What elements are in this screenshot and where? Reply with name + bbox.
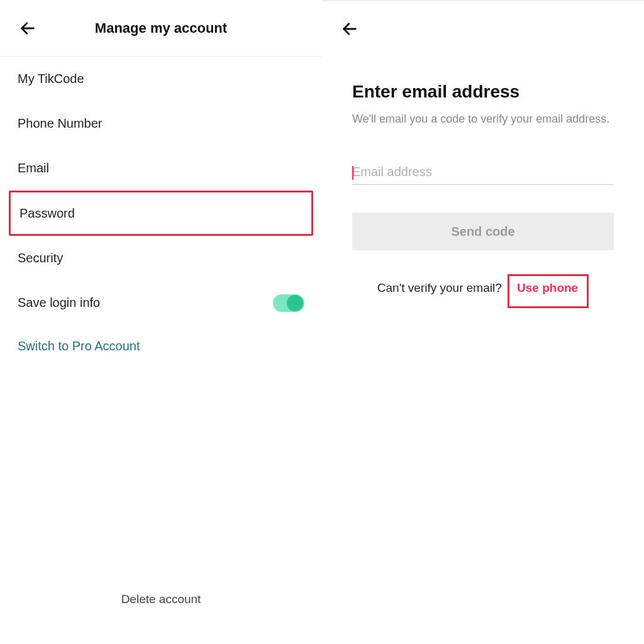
switch-pro-link[interactable]: Switch to Pro Account xyxy=(0,325,322,367)
send-code-button[interactable]: Send code xyxy=(352,213,614,250)
email-heading: Enter email address xyxy=(352,82,614,102)
menu-item-phone[interactable]: Phone Number xyxy=(0,101,322,146)
account-menu: My TikCode Phone Number Email Password S… xyxy=(0,57,322,367)
back-arrow-icon[interactable] xyxy=(18,18,38,38)
save-login-toggle[interactable] xyxy=(273,294,304,312)
text-caret xyxy=(352,166,353,180)
menu-item-label: Security xyxy=(18,251,63,265)
menu-item-password[interactable]: Password xyxy=(9,191,313,236)
menu-item-security[interactable]: Security xyxy=(0,236,322,280)
menu-item-label: Email xyxy=(18,161,49,175)
use-phone-highlight: Use phone xyxy=(508,274,589,308)
email-input[interactable] xyxy=(352,165,614,179)
email-subtext: We'll email you a code to verify your em… xyxy=(352,111,614,127)
menu-item-label: Save login info xyxy=(18,296,100,310)
verify-help-row: Can't verify your email? Use phone xyxy=(352,274,614,308)
back-arrow-icon[interactable] xyxy=(340,19,360,39)
page-title: Manage my account xyxy=(38,20,284,36)
menu-item-email[interactable]: Email xyxy=(0,146,322,191)
header: Manage my account xyxy=(0,0,322,57)
verify-help-text: Can't verify your email? xyxy=(377,281,505,294)
menu-item-save-login[interactable]: Save login info xyxy=(0,280,322,325)
toggle-knob xyxy=(287,295,303,311)
menu-item-label: Password xyxy=(19,206,75,221)
delete-account-link[interactable]: Delete account xyxy=(0,592,322,606)
menu-item-label: Phone Number xyxy=(18,116,103,131)
email-form: Enter email address We'll email you a co… xyxy=(322,57,644,308)
email-input-wrap xyxy=(352,165,614,185)
header xyxy=(322,0,644,57)
manage-account-screen: Manage my account My TikCode Phone Numbe… xyxy=(0,0,322,644)
use-phone-link[interactable]: Use phone xyxy=(517,281,578,295)
enter-email-screen: Enter email address We'll email you a co… xyxy=(322,0,644,644)
menu-item-tikcode[interactable]: My TikCode xyxy=(0,57,322,101)
menu-item-label: My TikCode xyxy=(18,72,84,86)
